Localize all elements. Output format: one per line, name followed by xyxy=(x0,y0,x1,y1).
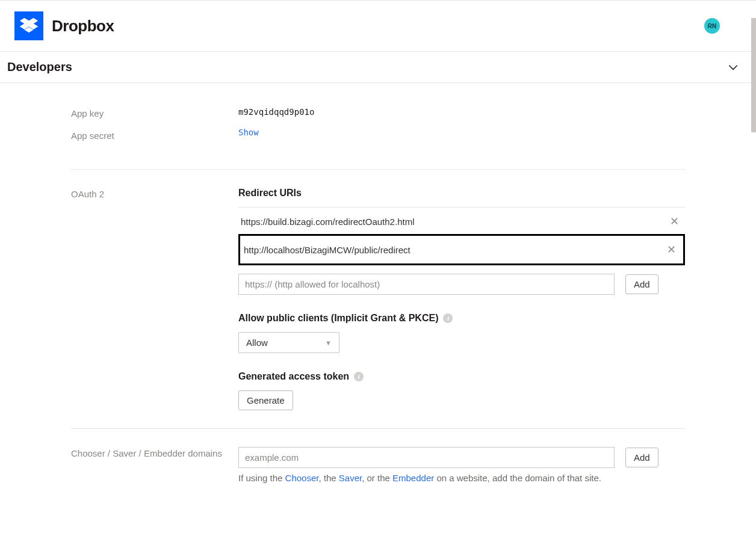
redirect-uri-text: https://build.bizagi.com/redirectOauth2.… xyxy=(241,217,414,227)
show-secret-link[interactable]: Show xyxy=(238,128,259,137)
remove-uri-icon[interactable]: ✕ xyxy=(666,215,683,228)
add-uri-button[interactable]: Add xyxy=(625,274,658,294)
public-clients-title: Allow public clients (Implicit Grant & P… xyxy=(238,313,685,324)
appsecret-label: App secret xyxy=(71,129,238,143)
redirect-uri-row: http://localhost/BizagiMCW/public/redire… xyxy=(238,234,685,265)
public-clients-select[interactable]: Allow ▼ xyxy=(238,332,339,353)
page-title: Developers xyxy=(7,60,72,74)
domain-input[interactable] xyxy=(238,447,615,468)
appkey-label: App key xyxy=(71,107,238,121)
credentials-section: App key App secret m92vqidqqd9p01o Show xyxy=(71,107,685,170)
info-icon[interactable]: i xyxy=(443,313,453,323)
content: App key App secret m92vqidqqd9p01o Show … xyxy=(71,83,685,483)
dropbox-logo-icon xyxy=(14,11,43,40)
sub-header: Developers xyxy=(0,52,756,83)
domains-hint: If using the Chooser, the Saver, or the … xyxy=(238,473,685,483)
appkey-value: m92vqidqqd9p01o xyxy=(238,107,314,117)
remove-uri-icon[interactable]: ✕ xyxy=(663,243,680,256)
redirect-uri-row: https://build.bizagi.com/redirectOauth2.… xyxy=(238,208,685,235)
redirect-uri-input[interactable] xyxy=(238,274,615,295)
info-icon[interactable]: i xyxy=(354,372,364,381)
add-domain-button[interactable]: Add xyxy=(625,448,658,467)
brand[interactable]: Dropbox xyxy=(14,11,114,40)
redirect-uri-text: http://localhost/BizagiMCW/public/redire… xyxy=(244,245,411,255)
domains-label: Chooser / Saver / Embedder domains xyxy=(71,447,238,461)
add-domain-row: Add xyxy=(238,447,685,468)
top-bar: Dropbox RN xyxy=(0,0,756,52)
domains-section: Chooser / Saver / Embedder domains Add I… xyxy=(71,428,685,483)
generate-token-button[interactable]: Generate xyxy=(238,390,293,410)
redirect-uri-list: https://build.bizagi.com/redirectOauth2.… xyxy=(238,207,685,265)
scrollbar-thumb[interactable] xyxy=(751,18,756,132)
saver-link[interactable]: Saver xyxy=(339,473,362,483)
redirect-uris-title: Redirect URIs xyxy=(238,188,685,199)
scrollbar[interactable] xyxy=(751,0,756,483)
chooser-link[interactable]: Chooser xyxy=(285,473,319,483)
caret-down-icon: ▼ xyxy=(325,339,332,346)
chevron-down-icon[interactable] xyxy=(727,61,739,73)
avatar[interactable]: RN xyxy=(704,18,720,34)
public-clients-value: Allow xyxy=(246,337,268,348)
generated-token-title: Generated access token i xyxy=(238,371,685,382)
add-uri-row: Add xyxy=(238,274,685,295)
oauth-label: OAuth 2 xyxy=(71,188,238,202)
embedder-link[interactable]: Embedder xyxy=(392,473,434,483)
brand-name: Dropbox xyxy=(52,17,114,35)
oauth-section: OAuth 2 Redirect URIs https://build.biza… xyxy=(71,188,685,410)
